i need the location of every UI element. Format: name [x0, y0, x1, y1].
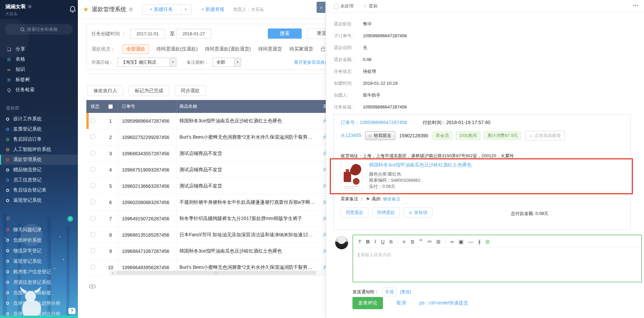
notify-change-link[interactable]: [更改] — [400, 289, 411, 295]
row-checkbox[interactable] — [91, 118, 95, 123]
scrollbar-thumb[interactable] — [116, 271, 316, 275]
buyer-nick-link[interactable]: 火123455 — [341, 133, 361, 139]
underline-icon[interactable]: U — [381, 239, 385, 244]
table-row[interactable]: 3 109666343557287456 测试店铺商品不发货 火 — [86, 145, 327, 162]
attach-icon[interactable]: ∮ — [478, 239, 481, 244]
row-checkbox[interactable] — [91, 167, 95, 172]
agree-refund-button[interactable]: 同意退款 — [341, 207, 368, 218]
row-checkbox[interactable] — [91, 183, 95, 188]
select-all-checkbox[interactable] — [108, 104, 113, 109]
product-title-link[interactable]: 韩国秋冬3ce指甲油南瓜色豆沙砖红酒红土色裸色 — [369, 162, 472, 168]
link-icon[interactable]: ∞ — [445, 239, 454, 244]
sidebar-item-tag-tree[interactable]: ≣ 标签树 — [0, 75, 78, 85]
table-row[interactable]: 8 109668135185287456 日本Fancl/芳珂 卸妆油无添加深层… — [86, 227, 327, 243]
strikethrough-icon[interactable]: S — [389, 239, 393, 244]
code-icon[interactable]: </> — [427, 240, 432, 243]
scroll-left-arrow-icon[interactable]: ◂ — [110, 270, 115, 275]
edit-remark-link[interactable]: 修改备注 — [383, 196, 400, 202]
expand-more-filters-link[interactable]: 展开更多筛选条件 — [294, 59, 329, 65]
ordered-list-icon[interactable]: ≡ — [398, 239, 406, 244]
sidebar-item-share[interactable]: ❏ 分享 — [0, 44, 78, 54]
product-thumbnail[interactable] — [341, 162, 362, 191]
system-settings-gear-icon[interactable]: ⚙ — [129, 6, 133, 13]
refund-status-option[interactable]: 待买家退货 — [289, 46, 313, 52]
date-to-input[interactable]: 2018-01-27 — [176, 29, 211, 39]
reply-editor[interactable]: TBIUS≡≣“</>⊞∞▣—∮⊞ | 请输入回复内容 — [352, 235, 642, 282]
sidebar-group-item[interactable]: 负面评价三级标签 — [0, 287, 78, 298]
sidebar-group-item[interactable]: 赠品物流登记 — [0, 165, 78, 175]
help-bubble-icon[interactable]: ? — [68, 308, 76, 314]
bold-icon[interactable]: B — [366, 239, 370, 244]
new-task-button[interactable]: + 新建任务 — [143, 4, 181, 15]
sidebar-group-item[interactable]: 房源信息登记系统 — [0, 277, 78, 287]
quote-icon[interactable]: “ — [419, 240, 422, 243]
star-outline-icon[interactable]: ☆ — [363, 3, 367, 9]
sidebar-group-item[interactable]: 发票登记系统 — [0, 124, 78, 134]
row-checkbox[interactable] — [91, 135, 95, 139]
table-icon[interactable]: ⊞ — [436, 239, 441, 244]
table-row[interactable]: 5 109602136663287456 测试店铺商品不发货 火 — [86, 178, 327, 194]
hr-icon[interactable]: — — [468, 239, 473, 244]
new-task-split-button[interactable]: + 新建任务 ▼ — [142, 4, 191, 15]
star-label[interactable]: 星标 — [369, 3, 378, 9]
sidebar-group-item[interactable]: 购房客户信息登记 — [0, 266, 78, 277]
table-row[interactable]: 6 109602080883287456 不规则纱裙半身裙秋冬女中长款高腰蓬蓬裙… — [86, 194, 327, 211]
text-format-icon[interactable]: T — [358, 239, 361, 244]
image-icon[interactable]: ▣ — [459, 239, 464, 244]
sidebar-group-item[interactable]: 员工信息登记 — [0, 175, 78, 185]
chevron-down-icon[interactable]: ▼ — [181, 8, 191, 11]
reply-input[interactable]: | 请输入回复内容 — [353, 248, 641, 282]
row-checkbox[interactable] — [91, 200, 95, 204]
row-checkbox[interactable] — [91, 265, 95, 269]
workspace-settings-gear-icon[interactable]: ⚙ — [28, 4, 32, 9]
sidebar-group-item[interactable]: 售后回访订单 — [0, 134, 78, 144]
sidebar-group-item[interactable]: 返现登记系统 — [0, 195, 78, 205]
sidebar-group-item[interactable]: 返现登记系统 — [0, 256, 78, 266]
sidebar-group-item[interactable]: 负评标签占比趋势分析 — [0, 298, 78, 309]
add-tag-button[interactable]: ◇ 点击添加标签 — [525, 131, 565, 140]
leave-message-button[interactable]: ☺ 给我留言 — [365, 131, 395, 140]
refund-status-option-active[interactable]: 全部退款 — [123, 44, 149, 54]
search-button[interactable]: 搜索 — [268, 28, 302, 39]
sidebar-item-tables[interactable]: ⊞ 表格 — [0, 54, 78, 64]
sidebar-item-task-search[interactable]: Q 任务检索 — [0, 85, 78, 95]
table-row[interactable]: 9 109668471087287456 韩国秋冬3ce指甲油南瓜色豆沙砖红酒红… — [86, 243, 327, 259]
collapse-panel-button[interactable]: › — [317, 2, 325, 13]
table-row[interactable]: 4 109667519093287456 测试店铺商品不发货 火 — [86, 162, 327, 178]
row-checkbox[interactable] — [91, 216, 95, 220]
row-checkbox[interactable] — [91, 232, 95, 237]
refund-status-option[interactable]: 待同意退款(仅退款) — [156, 46, 197, 52]
shop-select[interactable]: 【淘宝】南汇鞋庄 ▼ — [117, 58, 176, 67]
post-comment-button[interactable]: 发表评论 — [352, 297, 383, 309]
refuse-refund-button[interactable]: 拒绝退款 — [372, 207, 400, 218]
table-row[interactable]: 1 109599896647287456 韩国秋冬3ce指甲油南瓜色豆沙砖红酒红… — [86, 113, 327, 129]
unordered-list-icon[interactable]: ≣ — [410, 239, 415, 244]
sidebar-item-knowledge[interactable]: ∞ 知识 — [0, 64, 78, 75]
sidebar-group-item[interactable]: 设计工作系统 — [0, 114, 78, 124]
table-row[interactable]: 2 109602752299287456 Burt's Bees小蜜蜂无色润唇膏… — [86, 129, 327, 145]
add-group-button[interactable]: + — [67, 216, 73, 222]
more-options-icon[interactable]: ••• — [633, 3, 639, 8]
notify-all-chip[interactable]: 全选 — [382, 287, 396, 296]
date-from-input[interactable]: 2017-11-01 — [130, 29, 165, 39]
cancel-button[interactable]: 取消 — [396, 300, 406, 306]
table-row[interactable]: 7 109649150726287456 秋冬季针织高腰阔腿裤女九分2017新款… — [86, 211, 327, 227]
notifications-bell-icon[interactable] — [69, 5, 76, 13]
italic-icon[interactable]: I — [374, 239, 376, 244]
new-table-button[interactable]: + 新建表格 — [201, 6, 224, 13]
row-checkbox[interactable] — [91, 151, 95, 155]
bulk-action-button[interactable]: 标记为已完成 — [129, 85, 169, 96]
emoji-table-icon[interactable]: ⊞ — [486, 239, 490, 244]
bulk-action-button[interactable]: 同步退款 — [175, 85, 206, 96]
order-number-link[interactable]: 订单号：109599896647287456 — [341, 120, 407, 125]
favorite-star-icon[interactable]: ★ — [83, 5, 89, 13]
sidebar-group-item[interactable]: 退款管理系统 — [0, 155, 78, 165]
flag-select[interactable]: 全部 ▼ — [213, 58, 241, 67]
unprocessed-checkbox[interactable] — [334, 4, 338, 8]
row-checkbox[interactable] — [91, 249, 95, 253]
sidebar-group-item[interactable]: 物流异常登记 — [0, 245, 78, 256]
sidebar-group-item[interactable]: 售后综合登记表 — [0, 185, 78, 195]
eye-icon[interactable] — [89, 284, 96, 290]
sidebar-group-item[interactable]: 聊天问题纪录 — [0, 224, 78, 235]
scrollbar-track[interactable] — [115, 270, 327, 275]
